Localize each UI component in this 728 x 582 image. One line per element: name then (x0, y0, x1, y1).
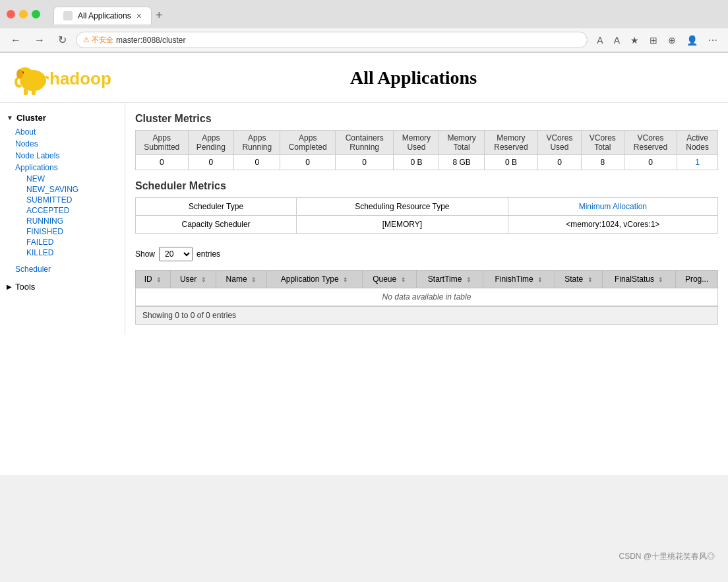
sidebar-item-submitted[interactable]: SUBMITTED (23, 195, 125, 205)
table-footer: Showing 0 to 0 of 0 entries (135, 306, 718, 325)
close-window-button[interactable] (7, 10, 15, 18)
page-content: hadoop All Applications ▼ Cluster About … (0, 53, 728, 475)
cluster-metrics-title: Cluster Metrics (135, 113, 718, 125)
sidebar-item-running[interactable]: RUNNING (23, 216, 125, 226)
entries-label: entries (197, 249, 220, 259)
page-title: All Applications (112, 67, 715, 88)
active-tab[interactable]: All Applications × (53, 7, 152, 24)
minimize-window-button[interactable] (19, 10, 28, 18)
sidebar-item-finished[interactable]: FINISHED (23, 226, 125, 237)
scheduler-col-min-allocation: Minimum Allocation (508, 198, 717, 216)
col-memory-total: Memory Total (439, 131, 484, 155)
col-apps-completed: Apps Completed (280, 131, 336, 155)
tab-favicon (63, 11, 73, 20)
sidebar-item-new-saving[interactable]: NEW_SAVING (23, 184, 125, 195)
scheduler-col-resource-type: Scheduling Resource Type (297, 198, 508, 216)
sidebar-item-nodes[interactable]: Nodes (10, 138, 125, 150)
sidebar-item-applications[interactable]: Applications (10, 162, 125, 174)
titlebar: All Applications × + (0, 0, 728, 28)
show-label: Show (135, 249, 155, 259)
refresh-button[interactable]: ↻ (54, 32, 71, 48)
main-layout: ▼ Cluster About Nodes Node Labels Applic… (0, 103, 728, 335)
no-data-message: No data available in table (136, 288, 718, 306)
collections-button[interactable]: ⊞ (646, 33, 661, 48)
content-area: Cluster Metrics Apps Submitted Apps Pend… (125, 103, 728, 335)
forward-button[interactable]: → (30, 33, 49, 48)
back-button[interactable]: ← (7, 33, 25, 48)
name-sort-icon: ⇕ (251, 276, 257, 283)
val-memory-reserved: 0 B (484, 155, 537, 170)
cluster-section-header[interactable]: ▼ Cluster (0, 110, 125, 126)
col-queue[interactable]: Queue ⇕ (362, 271, 416, 288)
col-application-type[interactable]: Application Type ⇕ (266, 271, 362, 288)
val-containers-running: 0 (336, 155, 394, 170)
tools-label: Tools (15, 282, 35, 292)
cluster-metrics-table: Apps Submitted Apps Pending Apps Running… (135, 130, 718, 170)
read-view-button[interactable]: A (593, 33, 607, 48)
val-apps-completed: 0 (280, 155, 336, 170)
val-active-nodes[interactable]: 1 (677, 155, 718, 170)
translate-button[interactable]: A (610, 33, 624, 48)
profile-button[interactable]: 👤 (682, 33, 702, 48)
col-vcores-total: VCores Total (581, 131, 624, 155)
col-id[interactable]: ID ⇕ (136, 271, 171, 288)
val-apps-submitted: 0 (136, 155, 189, 170)
settings-button[interactable]: ⋯ (704, 33, 721, 48)
new-tab-button[interactable]: + (156, 9, 163, 22)
finish-time-sort-icon: ⇕ (537, 276, 543, 283)
col-name[interactable]: Name ⇕ (216, 271, 266, 288)
start-time-sort-icon: ⇕ (466, 276, 471, 283)
id-sort-icon: ⇕ (156, 276, 162, 283)
tools-section-header[interactable]: ▶ Tools (7, 282, 118, 292)
svg-text:hadoop: hadoop (49, 69, 111, 88)
col-apps-running: Apps Running (234, 131, 280, 155)
col-active-nodes: Active Nodes (677, 131, 718, 155)
col-user[interactable]: User ⇕ (170, 271, 216, 288)
col-memory-used: Memory Used (394, 131, 439, 155)
sidebar-item-about[interactable]: About (10, 126, 125, 138)
show-entries-bar: Show 10 20 25 50 100 entries (135, 243, 718, 265)
tools-arrow-icon: ▶ (7, 283, 12, 290)
sidebar-item-new[interactable]: NEW (23, 174, 125, 184)
val-vcores-reserved: 0 (624, 155, 677, 170)
col-containers-running: Containers Running (336, 131, 394, 155)
col-start-time[interactable]: StartTime ⇕ (416, 271, 483, 288)
history-button[interactable]: ⊕ (664, 33, 680, 48)
col-vcores-reserved: VCores Reserved (624, 131, 677, 155)
scheduler-metrics-table: Scheduler Type Scheduling Resource Type … (135, 197, 718, 234)
col-progress[interactable]: Prog... (676, 271, 718, 288)
sidebar-item-scheduler[interactable]: Scheduler (10, 263, 125, 275)
col-memory-reserved: Memory Reserved (484, 131, 537, 155)
sidebar-item-node-labels[interactable]: Node Labels (10, 150, 125, 162)
page-header: hadoop All Applications (0, 53, 728, 103)
sidebar-nav: About Nodes Node Labels Applications NEW… (0, 126, 125, 275)
tab-close-button[interactable]: × (136, 11, 142, 21)
val-memory-used: 0 B (394, 155, 439, 170)
no-data-row: No data available in table (136, 288, 718, 306)
col-vcores-used: VCores Used (538, 131, 582, 155)
scheduler-val-type: Capacity Scheduler (136, 216, 297, 234)
sidebar-item-failed[interactable]: FAILED (23, 237, 125, 247)
entries-select[interactable]: 10 20 25 50 100 (159, 247, 193, 261)
val-vcores-total: 8 (581, 155, 624, 170)
cluster-section: ▼ Cluster About Nodes Node Labels Applic… (0, 110, 125, 275)
maximize-window-button[interactable] (32, 10, 40, 18)
col-state[interactable]: State ⇕ (555, 271, 602, 288)
favorites-button[interactable]: ★ (626, 33, 643, 48)
address-bar: ← → ↻ ⚠ 不安全 master:8088/cluster A A ★ ⊞ … (0, 28, 728, 52)
svg-rect-5 (32, 88, 36, 95)
sidebar-item-killed[interactable]: KILLED (23, 247, 125, 258)
address-input[interactable]: ⚠ 不安全 master:8088/cluster (76, 32, 588, 48)
app-type-sort-icon: ⇕ (343, 276, 348, 283)
val-apps-running: 0 (234, 155, 280, 170)
col-final-status[interactable]: FinalStatus ⇕ (603, 271, 676, 288)
security-warning-text: 不安全 (92, 36, 113, 44)
val-apps-pending: 0 (188, 155, 234, 170)
col-apps-submitted: Apps Submitted (136, 131, 189, 155)
state-sort-icon: ⇕ (588, 276, 593, 283)
scheduler-metrics-title: Scheduler Metrics (135, 180, 718, 192)
address-text: master:8088/cluster (116, 36, 580, 45)
col-finish-time[interactable]: FinishTime ⇕ (483, 271, 555, 288)
tools-section: ▶ Tools (0, 278, 125, 295)
sidebar-item-accepted[interactable]: ACCEPTED (23, 205, 125, 216)
